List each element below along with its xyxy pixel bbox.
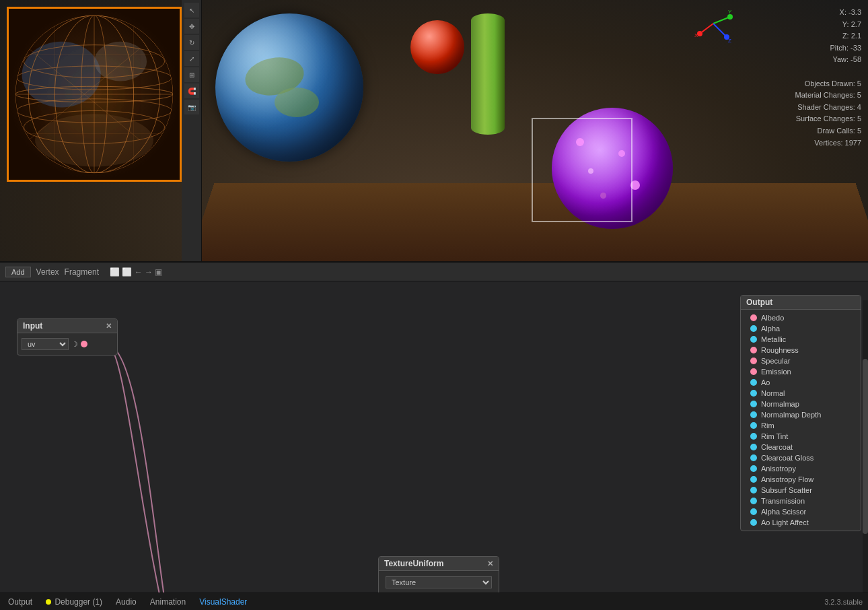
stat-draws: Draw Calls: 5: [795, 125, 861, 137]
svg-line-22: [713, 17, 730, 24]
output-port-rim: [750, 422, 757, 429]
scene-floor: [188, 183, 868, 261]
input-node-1-body: uv ☽: [17, 333, 117, 355]
output-label-anisotropy: Anisotropy: [761, 465, 796, 473]
output-port-specular: [750, 358, 757, 364]
output-label-ao: Ao: [761, 378, 770, 386]
output-label-roughness: Roughness: [761, 346, 799, 354]
output-label-emission: Emission: [761, 368, 791, 376]
texture1-type-select[interactable]: Texture: [386, 576, 492, 588]
svg-text:X: X: [694, 32, 698, 38]
input-node-1-header: Input ✕: [17, 319, 117, 333]
selection-rectangle: [532, 118, 632, 222]
output-label-normalmap-depth: Normalmap Depth: [761, 411, 821, 419]
input-node-1-row: uv ☽: [22, 338, 113, 350]
toolbar-icons: ⬜ ⬜ ← → ▣: [110, 267, 162, 277]
input-node-1: Input ✕ uv ☽: [17, 318, 118, 355]
output-row-rim-tint: Rim Tint: [745, 431, 857, 442]
output-port-normal: [750, 390, 757, 397]
stat-vertices: Vertices: 1977: [795, 137, 861, 149]
output-row-albedo: Albedo: [745, 312, 857, 323]
svg-point-2: [22, 42, 101, 108]
debugger-label: Debugger (1): [55, 597, 102, 607]
stat-shaders: Shader Changes: 4: [795, 102, 861, 114]
output-port-alpha: [750, 325, 757, 332]
input1-toggle[interactable]: ☽: [71, 340, 78, 349]
tool-sidebar: ↖ ✥ ↻ ⤢ ⊞ 🧲 📷: [182, 0, 202, 261]
tab-audio[interactable]: Audio: [113, 596, 139, 608]
output-row-normal: Normal: [745, 388, 857, 399]
output-row-normalmap: Normalmap: [745, 399, 857, 409]
svg-line-23: [713, 24, 727, 37]
output-label-clearcoat: Clearcoat: [761, 443, 793, 451]
output-label-clearcoat-gloss: Clearcoat Gloss: [761, 454, 813, 462]
texture1-header: TextureUniform ✕: [379, 557, 499, 571]
output-row-anisotropy: Anisotropy: [745, 463, 857, 474]
output-row-emission: Emission: [745, 366, 857, 377]
output-port-emission: [750, 368, 757, 375]
texture1-close[interactable]: ✕: [487, 560, 493, 568]
output-row-clearcoat: Clearcoat: [745, 442, 857, 452]
output-label-normalmap: Normalmap: [761, 400, 799, 408]
fragment-label: Fragment: [65, 267, 99, 277]
vertex-label: Vertex: [36, 267, 59, 277]
tab-visual-shader[interactable]: VisualShader: [196, 596, 250, 608]
tool-transform[interactable]: ⊞: [184, 67, 199, 82]
output-label-subsurf-scatter: Subsurf Scatter: [761, 486, 812, 494]
output-row-ao: Ao: [745, 377, 857, 388]
output-row-specular: Specular: [745, 355, 857, 366]
output-port-rim-tint: [750, 433, 757, 440]
output-label-metallic: Metallic: [761, 335, 786, 343]
output-label-alpha: Alpha: [761, 325, 780, 333]
green-cylinder: [471, 13, 505, 135]
output-body: AlbedoAlphaMetallicRoughnessSpecularEmis…: [741, 310, 861, 531]
svg-text:Z: Z: [728, 38, 731, 44]
output-label-rim-tint: Rim Tint: [761, 432, 788, 440]
output-port-normalmap-depth: [750, 411, 757, 418]
tab-debugger[interactable]: Debugger (1): [43, 596, 105, 608]
input-node-1-type-select[interactable]: uv: [22, 338, 69, 350]
svg-text:Y: Y: [728, 9, 732, 15]
tool-rotate[interactable]: ↻: [184, 35, 199, 50]
red-ball: [410, 20, 464, 74]
stat-surfaces: Surface Changes: 5: [795, 113, 861, 125]
output-port-anisotropy: [750, 465, 757, 472]
debugger-dot: [46, 599, 51, 605]
output-port-roughness: [750, 347, 757, 353]
scrollbar-thumb[interactable]: [863, 359, 868, 534]
tool-camera[interactable]: 📷: [184, 100, 199, 114]
connections-layer: [0, 281, 868, 592]
output-port-metallic: [750, 336, 757, 343]
output-row-alpha-scissor: Alpha Scissor: [745, 506, 857, 517]
tab-animation[interactable]: Animation: [147, 596, 188, 608]
output-port-normalmap: [750, 401, 757, 407]
node-canvas[interactable]: Input ✕ uv ☽ Input ✕: [0, 281, 868, 592]
tool-move[interactable]: ✥: [184, 19, 199, 34]
output-header: Output: [741, 296, 861, 310]
texture1-title: TextureUniform: [384, 559, 443, 568]
earth-atmosphere: [215, 13, 363, 162]
output-label-specular: Specular: [761, 357, 790, 365]
output-port-clearcoat-gloss: [750, 454, 757, 461]
node-editor: Add Vertex Fragment ⬜ ⬜ ← → ▣: [0, 263, 868, 592]
output-port-ao: [750, 379, 757, 386]
tab-output[interactable]: Output: [5, 596, 35, 608]
output-row-anisotropy-flow: Anisotropy Flow: [745, 474, 857, 485]
output-row-transmission: Transmission: [745, 496, 857, 506]
tool-select[interactable]: ↖: [184, 3, 199, 18]
output-port-transmission: [750, 498, 757, 504]
input-node-1-title: Input: [23, 321, 42, 331]
add-node-button[interactable]: Add: [5, 267, 31, 277]
tool-snap[interactable]: 🧲: [184, 83, 199, 98]
tool-scale[interactable]: ⤢: [184, 51, 199, 66]
output-label-albedo: Albedo: [761, 314, 784, 322]
input-node-1-close[interactable]: ✕: [106, 322, 112, 331]
wireframe-preview: [7, 7, 182, 182]
stat-materials: Material Changes: 5: [795, 90, 861, 102]
axis-gizmo: Y Z X: [693, 3, 733, 44]
stat-y: Y: 2.7: [795, 19, 861, 31]
output-label-rim: Rim: [761, 421, 774, 430]
texture1-type-row: Texture: [383, 574, 495, 591]
svg-point-3: [94, 42, 147, 81]
scrollbar-track[interactable]: [863, 300, 868, 592]
